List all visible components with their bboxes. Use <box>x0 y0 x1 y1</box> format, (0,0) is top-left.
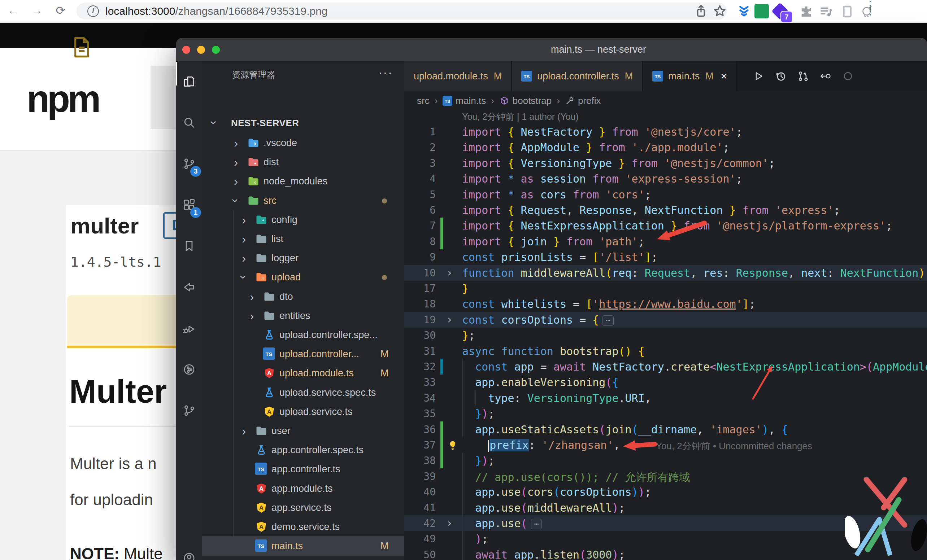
bookmark-star-icon[interactable] <box>712 3 728 19</box>
code-line-2[interactable]: 2import { AppModule } from './app.module… <box>404 139 927 155</box>
tree-item-app.service.ts[interactable]: Aapp.service.ts <box>202 498 404 518</box>
tree-item-app.module.ts[interactable]: Aapp.module.ts <box>202 479 404 498</box>
open-changes-icon[interactable] <box>815 70 837 83</box>
forward-button[interactable]: → <box>29 4 45 17</box>
git-branch-icon[interactable] <box>176 397 202 424</box>
fold-chevron-icon[interactable]: › <box>446 313 453 326</box>
tree-item-upload.service.spec.ts[interactable]: upload.service.spec.ts <box>202 383 404 402</box>
page-info-icon[interactable]: i <box>87 5 99 17</box>
search-icon[interactable] <box>176 109 202 137</box>
reload-button[interactable]: ⟳ <box>53 4 68 17</box>
code-editor[interactable]: You, 2分钟前 | 1 author (You) 1import { Nes… <box>404 110 927 560</box>
code-line-3[interactable]: 3import { VersioningType } from '@nestjs… <box>404 155 927 171</box>
overflow-menu-icon[interactable]: ⋮⋮ <box>865 2 874 14</box>
tree-item-main.ts[interactable]: TSmain.tsM <box>202 536 404 555</box>
zoom-window-button[interactable] <box>212 46 220 54</box>
tree-item-upload.module.ts[interactable]: Aupload.module.tsM <box>202 363 404 383</box>
debug-run-icon[interactable] <box>176 315 202 342</box>
folded-code-ellipsis[interactable]: ⋯ <box>531 519 542 529</box>
code-line-4[interactable]: 4import * as session from 'express-sessi… <box>404 171 927 187</box>
close-window-button[interactable] <box>182 46 190 54</box>
code-line-31[interactable]: 31async function bootstrap() { <box>404 343 927 359</box>
tree-item-dto[interactable]: ›dto <box>202 287 404 307</box>
tree-item-list[interactable]: ›list <box>202 229 404 249</box>
code-line-41[interactable]: 41 app.use(middlewareAll); <box>404 500 927 516</box>
code-line-39[interactable]: 39 // app.use(cors()); // 允许所有跨域 <box>404 468 927 484</box>
files-icon[interactable] <box>176 68 202 95</box>
lightbulb-icon[interactable] <box>447 440 459 451</box>
tab-upload.module.ts[interactable]: upload.module.tsM <box>404 61 512 91</box>
tree-item-dist[interactable]: ›▪dist <box>202 152 404 172</box>
share-circle-icon[interactable] <box>176 356 202 383</box>
code-line-40[interactable]: 40 app.use(cors(corsOptions)); <box>404 484 927 500</box>
tab-upload.controller.ts[interactable]: TSupload.controller.tsM <box>512 61 643 91</box>
address-bar[interactable]: i localhost:3000/zhangsan/1668847935319.… <box>76 3 727 20</box>
tab-main.ts[interactable]: TSmain.tsM× <box>643 61 737 91</box>
tree-item-upload.controller...[interactable]: TSupload.controller...M <box>202 344 404 364</box>
fold-chevron-icon[interactable]: › <box>446 517 453 529</box>
folded-code-ellipsis[interactable]: ⋯ <box>602 316 614 326</box>
code-line-50[interactable]: 50 await app.listen(3000); <box>404 547 927 560</box>
tree-item-upload[interactable]: ›↑upload <box>202 267 404 287</box>
npm-logo[interactable]: npm <box>27 77 99 120</box>
source-control-icon[interactable]: 3 <box>176 150 202 178</box>
back-button[interactable]: ← <box>5 4 21 17</box>
code-line-34[interactable]: 34 type: VersioningType.URI, <box>404 390 927 406</box>
puzzle-extensions-icon[interactable] <box>798 4 814 19</box>
tree-item-app.controller.ts[interactable]: TSapp.controller.ts <box>202 459 404 479</box>
code-line-7[interactable]: 7import { NestExpressApplication } from … <box>404 218 927 234</box>
tree-item-upload.controller.spe...[interactable]: upload.controller.spe... <box>202 325 404 344</box>
url-text[interactable]: localhost:3000/zhangsan/1668847935319.pn… <box>105 5 328 17</box>
tree-item-src[interactable]: ›src <box>202 191 404 210</box>
history-icon[interactable] <box>770 70 792 83</box>
code-line-18[interactable]: 18const whitelists = ['https://www.baidu… <box>404 296 927 312</box>
tree-item-.vscode[interactable]: ›X.vscode <box>202 133 404 153</box>
code-line-49[interactable]: 49 ); <box>404 531 927 547</box>
code-line-35[interactable]: 35 }); <box>404 405 927 422</box>
code-line-1[interactable]: 1import { NestFactory } from '@nestjs/co… <box>404 124 927 140</box>
code-line-6[interactable]: 6import { Request, Response, NextFunctio… <box>404 202 927 218</box>
account-icon[interactable]: 1 <box>176 545 202 560</box>
pull-request-icon[interactable] <box>792 70 815 83</box>
code-line-17[interactable]: 17} <box>404 280 927 296</box>
tree-item-upload.service.ts[interactable]: Aupload.service.ts <box>202 402 404 422</box>
rectangle-extension-icon[interactable] <box>840 4 855 19</box>
breadcrumb-src[interactable]: src <box>417 95 430 106</box>
fold-chevron-icon[interactable]: › <box>446 266 453 279</box>
tree-item-user[interactable]: ›user <box>202 421 404 440</box>
code-line-36[interactable]: 36 app.useStaticAssets(join(__dirname, '… <box>404 422 927 437</box>
bookmark-icon[interactable] <box>176 232 202 260</box>
double-chevron-extension-icon[interactable] <box>736 4 752 19</box>
code-line-38[interactable]: 38 }); <box>404 452 927 468</box>
code-line-8[interactable]: 8import { join } from 'path'; <box>404 234 927 249</box>
code-line-33[interactable]: 33 app.enableVersioning({ <box>404 374 927 390</box>
arrow-left-box-icon[interactable] <box>176 273 202 301</box>
code-line-30[interactable]: 30}; <box>404 327 927 343</box>
code-line-42[interactable]: 42› app.use(⋯ <box>404 515 927 531</box>
tree-item-app.controller.spec.ts[interactable]: app.controller.spec.ts <box>202 440 404 460</box>
code-line-10[interactable]: 10›function middlewareAll(req: Request, … <box>404 265 927 281</box>
close-tab-icon[interactable]: × <box>721 70 727 82</box>
music-list-extension-icon[interactable] <box>819 4 834 19</box>
tree-item-entities[interactable]: ›entities <box>202 306 404 325</box>
tree-item-logger[interactable]: ›logger <box>202 248 404 268</box>
tree-item-demo.service.ts[interactable]: Ademo.service.ts <box>202 517 404 537</box>
code-line-32[interactable]: 32 const app = await NestFactory.create<… <box>404 359 927 375</box>
minimize-window-button[interactable] <box>197 46 205 54</box>
window-titlebar[interactable]: main.ts — nest-server <box>176 38 927 61</box>
extensions-icon[interactable]: 1 <box>176 191 202 219</box>
tree-item-node_modules[interactable]: ›◇node_modules <box>202 171 404 191</box>
green-square-extension-icon[interactable] <box>754 4 769 18</box>
share-icon[interactable] <box>693 3 709 19</box>
code-line-5[interactable]: 5import * as cors from 'cors'; <box>404 187 927 202</box>
breadcrumb-bootstrap[interactable]: bootstrap <box>499 95 552 106</box>
run-icon[interactable] <box>747 70 770 83</box>
tree-item-config[interactable]: ›*config <box>202 210 404 229</box>
more-circle-icon[interactable] <box>837 70 859 83</box>
breadcrumb-main.ts[interactable]: TSmain.ts <box>442 95 486 106</box>
breadcrumb-prefix[interactable]: prefix <box>565 95 601 106</box>
code-line-37[interactable]: 37 prefix: '/zhangsan',You, 2分钟前 • Uncom… <box>404 437 927 453</box>
tree-item-test[interactable]: ›Δtest <box>202 555 404 560</box>
code-line-9[interactable]: 9const prisonLists = ['/list']; <box>404 249 927 265</box>
code-line-19[interactable]: 19›const corsOptions = {⋯ <box>404 312 927 328</box>
